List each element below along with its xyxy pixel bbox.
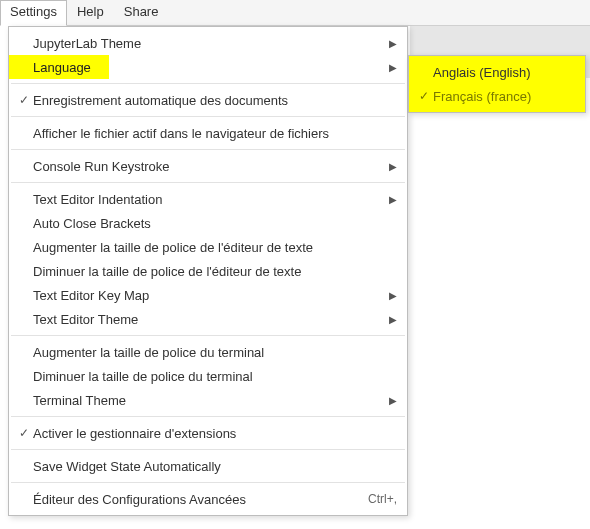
menubar: Settings Help Share: [0, 0, 590, 26]
menu-label: Save Widget State Automatically: [33, 459, 397, 474]
chevron-right-icon: ▶: [383, 38, 397, 49]
menu-jupyterlab-theme[interactable]: JupyterLab Theme ▶: [9, 31, 407, 55]
menu-decrease-terminal-font[interactable]: Diminuer la taille de police du terminal: [9, 364, 407, 388]
menu-label: Éditeur des Configurations Avancées: [33, 492, 360, 507]
menu-label: Text Editor Theme: [33, 312, 383, 327]
menu-label: Language: [33, 60, 91, 75]
separator: [11, 182, 405, 183]
menu-label: Anglais (English): [433, 65, 575, 80]
menu-autosave-documents[interactable]: ✓ Enregistrement automatique des documen…: [9, 88, 407, 112]
menu-console-run-keystroke[interactable]: Console Run Keystroke ▶: [9, 154, 407, 178]
check-icon: ✓: [15, 426, 33, 440]
menu-label: Text Editor Key Map: [33, 288, 383, 303]
menu-label: Activer le gestionnaire d'extensions: [33, 426, 397, 441]
menu-label: Console Run Keystroke: [33, 159, 383, 174]
chevron-right-icon: ▶: [383, 290, 397, 301]
menubar-help[interactable]: Help: [67, 0, 114, 25]
menu-increase-editor-font[interactable]: Augmenter la taille de police de l'édite…: [9, 235, 407, 259]
menu-text-editor-theme[interactable]: Text Editor Theme ▶: [9, 307, 407, 331]
menu-language[interactable]: Language ▶: [9, 55, 407, 79]
chevron-right-icon: ▶: [383, 194, 397, 205]
separator: [11, 149, 405, 150]
menu-auto-close-brackets[interactable]: Auto Close Brackets: [9, 211, 407, 235]
submenu-english[interactable]: Anglais (English): [409, 60, 585, 84]
menu-show-active-file[interactable]: Afficher le fichier actif dans le naviga…: [9, 121, 407, 145]
menu-text-editor-keymap[interactable]: Text Editor Key Map ▶: [9, 283, 407, 307]
menu-language-highlight: Language: [9, 55, 109, 79]
chevron-right-icon: ▶: [389, 55, 397, 79]
menu-save-widget-state[interactable]: Save Widget State Automatically: [9, 454, 407, 478]
menu-label: Auto Close Brackets: [33, 216, 397, 231]
separator: [11, 116, 405, 117]
menu-label: Enregistrement automatique des documents: [33, 93, 397, 108]
separator: [11, 335, 405, 336]
separator: [11, 83, 405, 84]
menu-text-editor-indentation[interactable]: Text Editor Indentation ▶: [9, 187, 407, 211]
check-icon: ✓: [415, 89, 433, 103]
language-submenu: Anglais (English) ✓ Français (france): [408, 55, 586, 113]
chevron-right-icon: ▶: [383, 161, 397, 172]
menu-decrease-editor-font[interactable]: Diminuer la taille de police de l'éditeu…: [9, 259, 407, 283]
separator: [11, 482, 405, 483]
check-icon: ✓: [15, 93, 33, 107]
menu-label: Diminuer la taille de police de l'éditeu…: [33, 264, 397, 279]
chevron-right-icon: ▶: [383, 395, 397, 406]
menu-label: Augmenter la taille de police du termina…: [33, 345, 397, 360]
separator: [11, 416, 405, 417]
menubar-settings[interactable]: Settings: [0, 0, 67, 26]
menu-terminal-theme[interactable]: Terminal Theme ▶: [9, 388, 407, 412]
menu-label: JupyterLab Theme: [33, 36, 383, 51]
menu-label: Afficher le fichier actif dans le naviga…: [33, 126, 397, 141]
menu-label: Français (france): [433, 89, 575, 104]
menu-label: Diminuer la taille de police du terminal: [33, 369, 397, 384]
menu-advanced-settings[interactable]: Éditeur des Configurations Avancées Ctrl…: [9, 487, 407, 511]
keyboard-shortcut: Ctrl+,: [360, 492, 397, 506]
menu-label: Augmenter la taille de police de l'édite…: [33, 240, 397, 255]
separator: [11, 449, 405, 450]
settings-dropdown: JupyterLab Theme ▶ Language ▶ ✓ Enregist…: [8, 26, 408, 516]
menu-label: Terminal Theme: [33, 393, 383, 408]
menu-label: Text Editor Indentation: [33, 192, 383, 207]
submenu-french[interactable]: ✓ Français (france): [409, 84, 585, 108]
menu-increase-terminal-font[interactable]: Augmenter la taille de police du termina…: [9, 340, 407, 364]
menu-enable-extension-manager[interactable]: ✓ Activer le gestionnaire d'extensions: [9, 421, 407, 445]
chevron-right-icon: ▶: [383, 314, 397, 325]
menubar-share[interactable]: Share: [114, 0, 169, 25]
